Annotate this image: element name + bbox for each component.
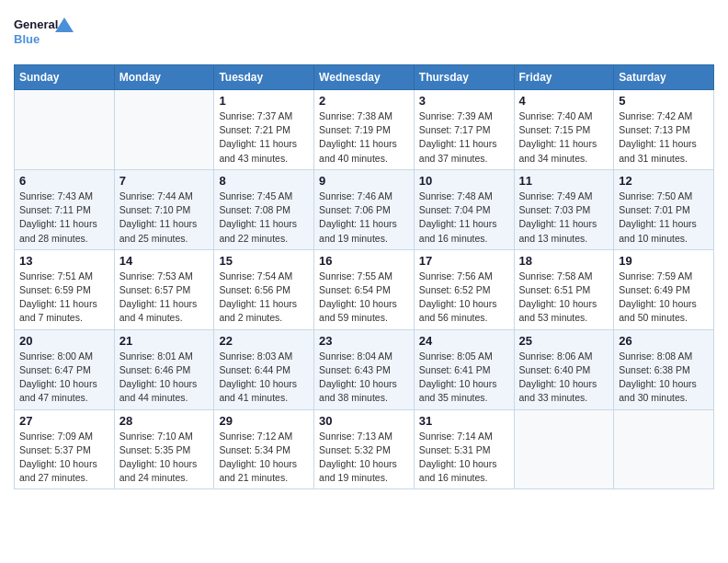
- day-info: Sunrise: 7:40 AM Sunset: 7:15 PM Dayligh…: [519, 109, 609, 166]
- svg-text:Blue: Blue: [14, 32, 40, 46]
- day-number: 13: [19, 254, 109, 268]
- day-info: Sunrise: 8:00 AM Sunset: 6:47 PM Dayligh…: [19, 350, 109, 406]
- calendar-week-4: 20Sunrise: 8:00 AM Sunset: 6:47 PM Dayli…: [15, 329, 714, 409]
- day-number: 14: [119, 254, 210, 268]
- day-number: 12: [619, 174, 709, 188]
- day-number: 11: [519, 174, 609, 188]
- day-number: 17: [419, 254, 509, 268]
- calendar-cell: 26Sunrise: 8:08 AM Sunset: 6:38 PM Dayli…: [614, 329, 714, 409]
- calendar-cell: 25Sunrise: 8:06 AM Sunset: 6:40 PM Dayli…: [514, 329, 614, 409]
- day-info: Sunrise: 7:54 AM Sunset: 6:56 PM Dayligh…: [219, 270, 309, 326]
- day-info: Sunrise: 7:14 AM Sunset: 5:31 PM Dayligh…: [419, 430, 509, 486]
- weekday-header-tuesday: Tuesday: [214, 65, 314, 90]
- day-number: 29: [219, 414, 309, 428]
- calendar-cell: 13Sunrise: 7:51 AM Sunset: 6:59 PM Dayli…: [15, 249, 115, 329]
- day-number: 9: [319, 174, 409, 188]
- day-info: Sunrise: 7:45 AM Sunset: 7:08 PM Dayligh…: [219, 190, 309, 246]
- calendar-cell: 4Sunrise: 7:40 AM Sunset: 7:15 PM Daylig…: [514, 90, 614, 170]
- day-info: Sunrise: 7:13 AM Sunset: 5:32 PM Dayligh…: [319, 430, 409, 486]
- calendar-cell: [514, 409, 614, 489]
- day-info: Sunrise: 7:56 AM Sunset: 6:52 PM Dayligh…: [419, 270, 509, 326]
- calendar-cell: 20Sunrise: 8:00 AM Sunset: 6:47 PM Dayli…: [15, 329, 115, 409]
- day-number: 23: [319, 334, 409, 348]
- calendar-cell: 30Sunrise: 7:13 AM Sunset: 5:32 PM Dayli…: [314, 409, 415, 489]
- day-info: Sunrise: 7:42 AM Sunset: 7:13 PM Dayligh…: [619, 109, 709, 166]
- day-info: Sunrise: 7:44 AM Sunset: 7:10 PM Dayligh…: [119, 190, 210, 246]
- day-number: 22: [219, 334, 309, 348]
- day-info: Sunrise: 7:51 AM Sunset: 6:59 PM Dayligh…: [19, 270, 109, 326]
- day-number: 19: [619, 254, 709, 268]
- day-number: 15: [219, 254, 309, 268]
- calendar-cell: 12Sunrise: 7:50 AM Sunset: 7:01 PM Dayli…: [614, 169, 714, 249]
- day-info: Sunrise: 8:03 AM Sunset: 6:44 PM Dayligh…: [219, 350, 309, 406]
- calendar-cell: 23Sunrise: 8:04 AM Sunset: 6:43 PM Dayli…: [314, 329, 415, 409]
- day-number: 20: [19, 334, 109, 348]
- day-info: Sunrise: 7:12 AM Sunset: 5:34 PM Dayligh…: [219, 430, 309, 486]
- calendar-week-3: 13Sunrise: 7:51 AM Sunset: 6:59 PM Dayli…: [15, 249, 714, 329]
- calendar-cell: 6Sunrise: 7:43 AM Sunset: 7:11 PM Daylig…: [15, 169, 115, 249]
- day-number: 8: [219, 174, 309, 188]
- svg-text:General: General: [14, 17, 58, 31]
- calendar-cell: 21Sunrise: 8:01 AM Sunset: 6:46 PM Dayli…: [114, 329, 214, 409]
- day-number: 31: [419, 414, 509, 428]
- day-number: 4: [519, 94, 609, 108]
- calendar-cell: 19Sunrise: 7:59 AM Sunset: 6:49 PM Dayli…: [614, 249, 714, 329]
- calendar-table: SundayMondayTuesdayWednesdayThursdayFrid…: [14, 64, 714, 489]
- logo-svg: General Blue: [14, 14, 78, 55]
- day-info: Sunrise: 7:48 AM Sunset: 7:04 PM Dayligh…: [419, 190, 509, 246]
- day-info: Sunrise: 7:50 AM Sunset: 7:01 PM Dayligh…: [619, 190, 709, 246]
- day-info: Sunrise: 7:59 AM Sunset: 6:49 PM Dayligh…: [619, 270, 709, 326]
- calendar-cell: 15Sunrise: 7:54 AM Sunset: 6:56 PM Dayli…: [214, 249, 314, 329]
- calendar-cell: 3Sunrise: 7:39 AM Sunset: 7:17 PM Daylig…: [414, 90, 514, 170]
- weekday-header-monday: Monday: [114, 65, 214, 90]
- day-info: Sunrise: 8:05 AM Sunset: 6:41 PM Dayligh…: [419, 350, 509, 406]
- day-info: Sunrise: 7:58 AM Sunset: 6:51 PM Dayligh…: [519, 270, 609, 326]
- day-number: 26: [619, 334, 709, 348]
- calendar-cell: 31Sunrise: 7:14 AM Sunset: 5:31 PM Dayli…: [414, 409, 514, 489]
- calendar-cell: 18Sunrise: 7:58 AM Sunset: 6:51 PM Dayli…: [514, 249, 614, 329]
- day-number: 21: [119, 334, 210, 348]
- day-info: Sunrise: 8:08 AM Sunset: 6:38 PM Dayligh…: [619, 350, 709, 406]
- day-info: Sunrise: 7:55 AM Sunset: 6:54 PM Dayligh…: [319, 270, 409, 326]
- logo: General Blue: [14, 14, 78, 55]
- day-number: 6: [19, 174, 109, 188]
- day-number: 10: [419, 174, 509, 188]
- day-number: 27: [19, 414, 109, 428]
- day-number: 7: [119, 174, 210, 188]
- day-info: Sunrise: 7:39 AM Sunset: 7:17 PM Dayligh…: [419, 109, 509, 166]
- weekday-header-wednesday: Wednesday: [314, 65, 415, 90]
- day-info: Sunrise: 8:06 AM Sunset: 6:40 PM Dayligh…: [519, 350, 609, 406]
- day-info: Sunrise: 7:43 AM Sunset: 7:11 PM Dayligh…: [19, 190, 109, 246]
- calendar-cell: 10Sunrise: 7:48 AM Sunset: 7:04 PM Dayli…: [414, 169, 514, 249]
- day-number: 30: [319, 414, 409, 428]
- calendar-cell: 24Sunrise: 8:05 AM Sunset: 6:41 PM Dayli…: [414, 329, 514, 409]
- day-number: 24: [419, 334, 509, 348]
- calendar-week-1: 1Sunrise: 7:37 AM Sunset: 7:21 PM Daylig…: [15, 90, 714, 170]
- calendar-week-2: 6Sunrise: 7:43 AM Sunset: 7:11 PM Daylig…: [15, 169, 714, 249]
- day-info: Sunrise: 8:04 AM Sunset: 6:43 PM Dayligh…: [319, 350, 409, 406]
- calendar-cell: 17Sunrise: 7:56 AM Sunset: 6:52 PM Dayli…: [414, 249, 514, 329]
- day-number: 18: [519, 254, 609, 268]
- day-number: 2: [319, 94, 409, 108]
- day-info: Sunrise: 7:10 AM Sunset: 5:35 PM Dayligh…: [119, 430, 210, 486]
- calendar-cell: [114, 90, 214, 170]
- weekday-header-friday: Friday: [514, 65, 614, 90]
- calendar-cell: 22Sunrise: 8:03 AM Sunset: 6:44 PM Dayli…: [214, 329, 314, 409]
- calendar-cell: [15, 90, 115, 170]
- day-info: Sunrise: 7:38 AM Sunset: 7:19 PM Dayligh…: [319, 109, 409, 166]
- weekday-header-thursday: Thursday: [414, 65, 514, 90]
- day-number: 5: [619, 94, 709, 108]
- calendar-cell: 5Sunrise: 7:42 AM Sunset: 7:13 PM Daylig…: [614, 90, 714, 170]
- day-number: 25: [519, 334, 609, 348]
- calendar-cell: 27Sunrise: 7:09 AM Sunset: 5:37 PM Dayli…: [15, 409, 115, 489]
- calendar-cell: 1Sunrise: 7:37 AM Sunset: 7:21 PM Daylig…: [214, 90, 314, 170]
- calendar-cell: 7Sunrise: 7:44 AM Sunset: 7:10 PM Daylig…: [114, 169, 214, 249]
- calendar-cell: 14Sunrise: 7:53 AM Sunset: 6:57 PM Dayli…: [114, 249, 214, 329]
- day-info: Sunrise: 7:37 AM Sunset: 7:21 PM Dayligh…: [219, 109, 309, 166]
- calendar-cell: 28Sunrise: 7:10 AM Sunset: 5:35 PM Dayli…: [114, 409, 214, 489]
- calendar-cell: 29Sunrise: 7:12 AM Sunset: 5:34 PM Dayli…: [214, 409, 314, 489]
- day-info: Sunrise: 8:01 AM Sunset: 6:46 PM Dayligh…: [119, 350, 210, 406]
- day-number: 3: [419, 94, 509, 108]
- day-info: Sunrise: 7:46 AM Sunset: 7:06 PM Dayligh…: [319, 190, 409, 246]
- day-number: 16: [319, 254, 409, 268]
